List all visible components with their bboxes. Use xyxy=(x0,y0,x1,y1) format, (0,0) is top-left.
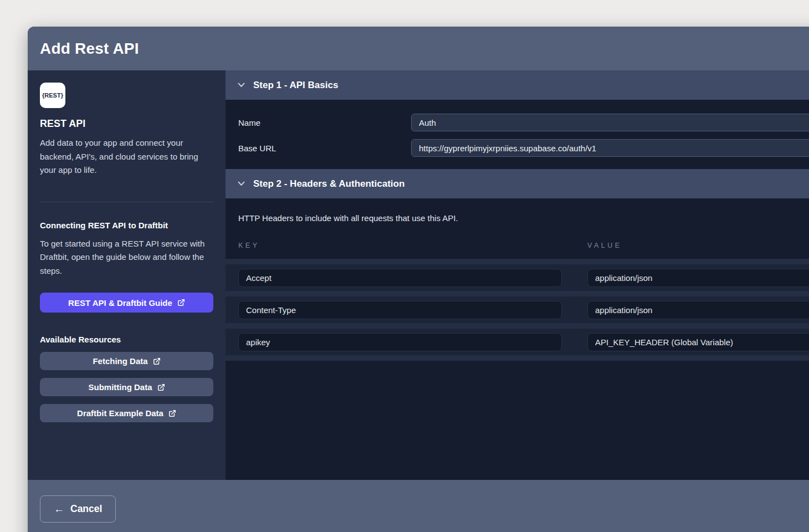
header-value-input[interactable] xyxy=(587,301,809,319)
base-url-input[interactable] xyxy=(411,139,809,157)
sidebar-title: REST API xyxy=(40,118,213,130)
step1-header[interactable]: Step 1 - API Basics xyxy=(226,70,809,100)
external-link-icon xyxy=(168,410,176,417)
header-row xyxy=(226,296,809,323)
modal-footer: ← Cancel xyxy=(28,480,809,532)
step1-title: Step 1 - API Basics xyxy=(253,80,338,91)
chevron-down-icon xyxy=(238,181,245,186)
draftbit-example-data-button[interactable]: Draftbit Example Data xyxy=(40,404,213,422)
external-link-icon xyxy=(153,357,161,365)
name-field-row: Name xyxy=(238,114,809,131)
step2-body: HTTP Headers to include with all request… xyxy=(226,198,809,480)
key-column-header: KEY xyxy=(238,242,562,249)
header-key-input[interactable] xyxy=(238,301,562,319)
base-url-label: Base URL xyxy=(238,144,411,153)
headers-description: HTTP Headers to include with all request… xyxy=(226,198,809,223)
fetching-data-button[interactable]: Fetching Data xyxy=(40,352,213,370)
connect-text: To get started using a REST API service … xyxy=(40,237,213,278)
rest-api-icon: {REST} xyxy=(40,83,65,108)
sidebar: {REST} REST API Add data to your app and… xyxy=(28,70,226,480)
base-url-field-row: Base URL xyxy=(238,139,809,157)
step1-body: Name Base URL xyxy=(226,100,809,169)
header-value-input[interactable] xyxy=(587,333,809,351)
add-rest-api-modal: Add Rest API {REST} REST API Add data to… xyxy=(28,27,809,532)
resource-button-label: Draftbit Example Data xyxy=(77,408,163,418)
modal-body: {REST} REST API Add data to your app and… xyxy=(28,70,809,480)
resource-button-label: Fetching Data xyxy=(93,356,147,366)
header-key-input[interactable] xyxy=(238,333,562,351)
chevron-down-icon xyxy=(238,83,245,88)
modal-header: Add Rest API xyxy=(28,27,809,70)
sidebar-divider xyxy=(40,202,213,202)
guide-button-label: REST API & Draftbit Guide xyxy=(68,298,172,308)
name-label: Name xyxy=(238,118,411,127)
step2-title: Step 2 - Headers & Authentication xyxy=(253,178,404,190)
available-resources-heading: Available Resources xyxy=(40,335,213,344)
name-input[interactable] xyxy=(411,114,809,131)
external-link-icon xyxy=(157,383,165,391)
header-key-input[interactable] xyxy=(238,269,562,287)
header-value-input[interactable] xyxy=(587,269,809,287)
header-row xyxy=(226,329,809,355)
main-panel: Step 1 - API Basics Name Base URL Step 2… xyxy=(226,70,809,480)
resource-button-label: Submitting Data xyxy=(89,382,152,392)
external-link-icon xyxy=(177,299,185,306)
modal-title: Add Rest API xyxy=(40,40,139,58)
header-row xyxy=(226,264,809,291)
arrow-left-icon: ← xyxy=(54,504,64,514)
sidebar-description: Add data to your app and connect your ba… xyxy=(40,136,213,177)
submitting-data-button[interactable]: Submitting Data xyxy=(40,378,213,396)
connect-heading: Connecting REST API to Draftbit xyxy=(40,221,213,230)
cancel-button[interactable]: ← Cancel xyxy=(40,495,116,523)
value-column-header: VALUE xyxy=(587,242,809,249)
headers-table xyxy=(226,259,809,361)
rest-api-guide-button[interactable]: REST API & Draftbit Guide xyxy=(40,293,213,313)
step2-header[interactable]: Step 2 - Headers & Authentication xyxy=(226,169,809,198)
headers-table-columns: KEY VALUE xyxy=(226,242,809,249)
cancel-button-label: Cancel xyxy=(70,503,102,515)
